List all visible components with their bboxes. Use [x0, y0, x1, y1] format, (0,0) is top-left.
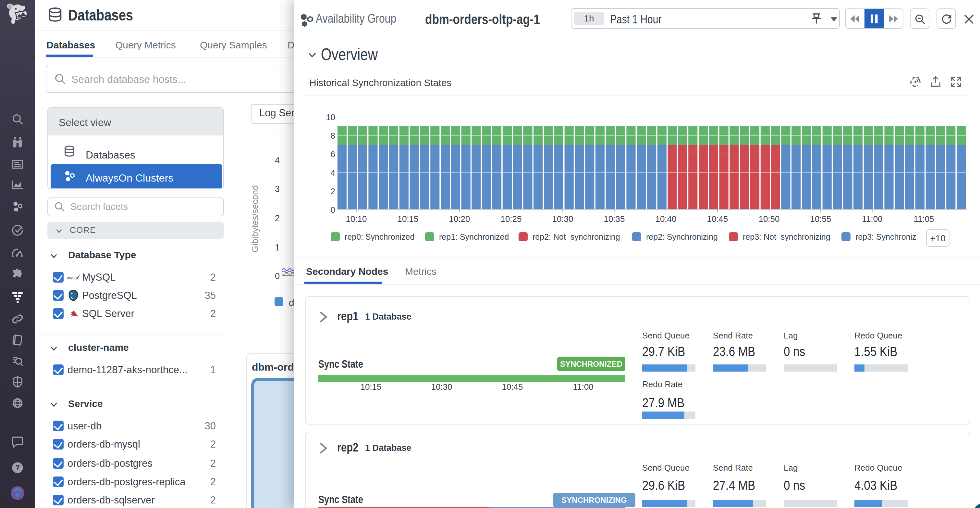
- svg-text:4: 4: [331, 168, 335, 178]
- svg-text:11:00: 11:00: [862, 214, 882, 224]
- svg-text:0: 0: [331, 205, 335, 215]
- svg-text:2: 2: [331, 187, 335, 196]
- svg-text:10:10: 10:10: [345, 214, 367, 224]
- svg-text:10:55: 10:55: [810, 214, 831, 224]
- svg-text:10:45: 10:45: [707, 214, 728, 224]
- svg-text:8: 8: [331, 131, 335, 141]
- svg-text:10:35: 10:35: [604, 214, 625, 224]
- svg-text:10:20: 10:20: [449, 214, 470, 224]
- svg-text:10:15: 10:15: [397, 214, 418, 224]
- svg-text:10:30: 10:30: [552, 214, 573, 224]
- svg-text:10:50: 10:50: [758, 214, 780, 224]
- svg-text:6: 6: [331, 149, 335, 159]
- svg-text:10:25: 10:25: [500, 214, 522, 224]
- svg-text:10: 10: [326, 112, 335, 122]
- svg-text:?: ?: [15, 463, 19, 472]
- svg-text:11:05: 11:05: [913, 214, 934, 224]
- svg-text:10:40: 10:40: [655, 214, 676, 224]
